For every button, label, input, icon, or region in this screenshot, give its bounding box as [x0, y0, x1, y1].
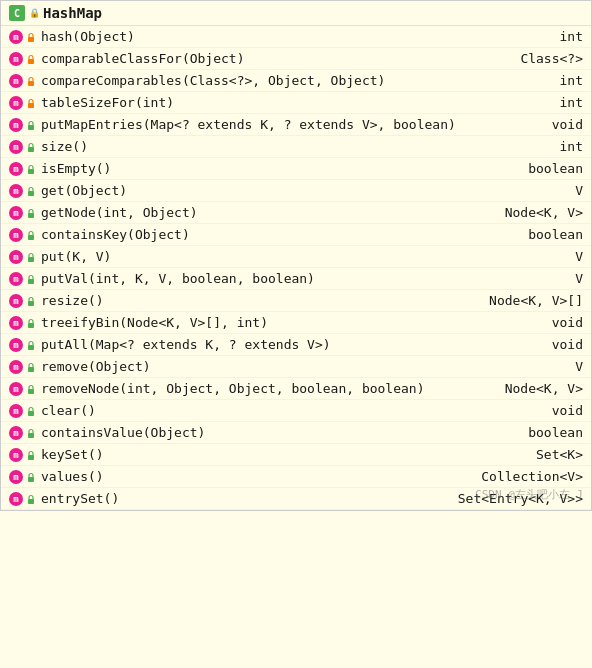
lock-visibility-icon — [25, 75, 37, 87]
method-row[interactable]: mhash(Object)int — [1, 26, 591, 48]
svg-rect-0 — [28, 37, 34, 42]
method-name: putAll(Map<? extends K, ? extends V>) — [41, 337, 495, 352]
method-return-type: int — [503, 73, 583, 88]
open-visibility-icon — [25, 361, 37, 373]
method-name: tableSizeFor(int) — [41, 95, 495, 110]
lock-visibility-icon — [25, 97, 37, 109]
method-row[interactable]: mget(Object)V — [1, 180, 591, 202]
method-return-type: Node<K, V>[] — [489, 293, 583, 308]
method-return-type: Set<K> — [503, 447, 583, 462]
methods-list: mhash(Object)intmcomparableClassFor(Obje… — [1, 26, 591, 510]
method-row[interactable]: mvalues()Collection<V> — [1, 466, 591, 488]
method-name: putMapEntries(Map<? extends K, ? extends… — [41, 117, 495, 132]
watermark: CSDN @左头吧小左 J — [475, 487, 583, 502]
svg-rect-18 — [28, 433, 34, 438]
method-row[interactable]: mcomparableClassFor(Object)Class<?> — [1, 48, 591, 70]
method-m-icon: m — [9, 360, 23, 374]
method-m-icon: m — [9, 404, 23, 418]
method-row[interactable]: misEmpty()boolean — [1, 158, 591, 180]
method-return-type: int — [503, 139, 583, 154]
method-return-type: V — [503, 249, 583, 264]
method-m-icon: m — [9, 162, 23, 176]
open-visibility-icon — [25, 229, 37, 241]
method-row[interactable]: mput(K, V)V — [1, 246, 591, 268]
method-m-icon: m — [9, 382, 23, 396]
svg-rect-7 — [28, 191, 34, 196]
class-title: HashMap — [43, 5, 102, 21]
svg-rect-6 — [28, 169, 34, 174]
method-return-type: void — [503, 117, 583, 132]
method-return-type: V — [503, 271, 583, 286]
method-return-type: Collection<V> — [481, 469, 583, 484]
method-name: size() — [41, 139, 495, 154]
svg-rect-1 — [28, 59, 34, 64]
method-name: put(K, V) — [41, 249, 495, 264]
method-row[interactable]: mremove(Object)V — [1, 356, 591, 378]
header-row: C 🔒 HashMap — [1, 1, 591, 26]
open-visibility-icon — [25, 141, 37, 153]
method-return-type: Class<?> — [503, 51, 583, 66]
method-m-icon: m — [9, 448, 23, 462]
method-return-type: Node<K, V> — [503, 205, 583, 220]
method-name: clear() — [41, 403, 495, 418]
method-name: treeifyBin(Node<K, V>[], int) — [41, 315, 495, 330]
main-container: C 🔒 HashMap mhash(Object)intmcomparableC… — [0, 0, 592, 511]
method-name: hash(Object) — [41, 29, 495, 44]
method-name: isEmpty() — [41, 161, 495, 176]
svg-rect-8 — [28, 213, 34, 218]
svg-rect-16 — [28, 389, 34, 394]
open-visibility-icon — [25, 339, 37, 351]
method-m-icon: m — [9, 140, 23, 154]
svg-rect-9 — [28, 235, 34, 240]
method-row[interactable]: mclear()void — [1, 400, 591, 422]
method-m-icon: m — [9, 470, 23, 484]
method-m-icon: m — [9, 74, 23, 88]
method-name: putVal(int, K, V, boolean, boolean) — [41, 271, 495, 286]
method-row[interactable]: mtableSizeFor(int)int — [1, 92, 591, 114]
svg-rect-14 — [28, 345, 34, 350]
svg-rect-20 — [28, 477, 34, 482]
svg-rect-21 — [28, 499, 34, 504]
svg-rect-11 — [28, 279, 34, 284]
method-name: remove(Object) — [41, 359, 495, 374]
method-row[interactable]: mkeySet()Set<K> — [1, 444, 591, 466]
method-name: getNode(int, Object) — [41, 205, 495, 220]
method-return-type: V — [503, 359, 583, 374]
open-visibility-icon — [25, 273, 37, 285]
method-row[interactable]: mremoveNode(int, Object, Object, boolean… — [1, 378, 591, 400]
open-visibility-icon — [25, 405, 37, 417]
method-row[interactable]: msize()int — [1, 136, 591, 158]
method-name: keySet() — [41, 447, 495, 462]
method-row[interactable]: mputVal(int, K, V, boolean, boolean)V — [1, 268, 591, 290]
open-visibility-icon — [25, 163, 37, 175]
method-row[interactable]: mputMapEntries(Map<? extends K, ? extend… — [1, 114, 591, 136]
method-m-icon: m — [9, 272, 23, 286]
method-return-type: void — [503, 337, 583, 352]
method-row[interactable]: mtreeifyBin(Node<K, V>[], int)void — [1, 312, 591, 334]
open-visibility-icon — [25, 251, 37, 263]
open-visibility-icon — [25, 207, 37, 219]
method-m-icon: m — [9, 52, 23, 66]
method-row[interactable]: mresize()Node<K, V>[] — [1, 290, 591, 312]
method-name: entrySet() — [41, 491, 450, 506]
method-return-type: Node<K, V> — [503, 381, 583, 396]
method-row[interactable]: mcontainsKey(Object)boolean — [1, 224, 591, 246]
method-name: get(Object) — [41, 183, 495, 198]
method-row[interactable]: mgetNode(int, Object)Node<K, V> — [1, 202, 591, 224]
method-return-type: boolean — [503, 161, 583, 176]
svg-rect-2 — [28, 81, 34, 86]
method-name: comparableClassFor(Object) — [41, 51, 495, 66]
svg-rect-13 — [28, 323, 34, 328]
method-row[interactable]: mcompareComparables(Class<?>, Object, Ob… — [1, 70, 591, 92]
open-visibility-icon — [25, 471, 37, 483]
method-return-type: int — [503, 95, 583, 110]
method-row[interactable]: mcontainsValue(Object)boolean — [1, 422, 591, 444]
method-m-icon: m — [9, 206, 23, 220]
method-row[interactable]: mputAll(Map<? extends K, ? extends V>)vo… — [1, 334, 591, 356]
method-m-icon: m — [9, 426, 23, 440]
open-visibility-icon — [25, 427, 37, 439]
svg-rect-19 — [28, 455, 34, 460]
method-m-icon: m — [9, 118, 23, 132]
open-visibility-icon — [25, 119, 37, 131]
method-m-icon: m — [9, 294, 23, 308]
